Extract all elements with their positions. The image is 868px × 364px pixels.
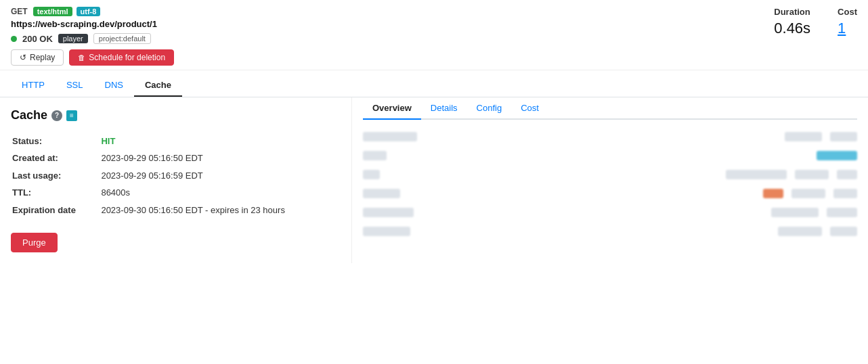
cost-metric: Cost 1 — [838, 7, 857, 66]
request-url: https://web-scraping.dev/product/1 — [11, 19, 174, 29]
chart-block — [837, 170, 857, 179]
chart-block — [363, 170, 380, 179]
chart-block — [363, 189, 400, 198]
chart-row-2 — [363, 150, 857, 162]
tab-dns[interactable]: DNS — [94, 74, 134, 97]
chart-block — [833, 189, 857, 198]
content-type-badge: text/html — [33, 7, 72, 16]
chart-block — [363, 208, 414, 217]
project-tag: project:default — [93, 33, 151, 44]
method-row: GET text/html utf-8 — [11, 7, 174, 16]
top-bar: GET text/html utf-8 https://web-scraping… — [0, 0, 868, 70]
chart-row-3 — [363, 168, 857, 181]
request-info: GET text/html utf-8 https://web-scraping… — [11, 7, 174, 66]
left-panel: Cache ? ≡ Status: HIT Created at: 2023-0… — [0, 97, 352, 263]
tab-http[interactable]: HTTP — [11, 74, 56, 97]
chart-block — [363, 227, 410, 236]
right-tab-cost[interactable]: Cost — [511, 97, 548, 120]
status-row: 200 OK player project:default — [11, 33, 174, 44]
expiration-value: 2023-09-30 05:16:50 EDT - expires in 23 … — [101, 202, 339, 218]
status-label: Status: — [12, 133, 100, 149]
status-row-info: Status: HIT — [12, 133, 339, 149]
metrics: Duration 0.46s Cost 1 — [774, 7, 857, 66]
cost-label: Cost — [838, 7, 857, 17]
cache-title: Cache — [11, 108, 47, 122]
replay-button[interactable]: ↺ Replay — [11, 49, 64, 66]
help-icon[interactable]: ? — [51, 110, 62, 121]
purge-section: Purge — [11, 233, 341, 252]
right-tab-config[interactable]: Config — [467, 97, 512, 120]
chart-row-6 — [363, 225, 857, 237]
delete-label: Schedule for deletion — [89, 53, 165, 62]
last-usage-value: 2023-09-29 05:16:59 EDT — [101, 168, 339, 183]
last-usage-row: Last usage: 2023-09-29 05:16:59 EDT — [12, 168, 339, 183]
chart-block — [795, 170, 829, 179]
cache-info-table: Status: HIT Created at: 2023-09-29 05:16… — [11, 132, 341, 219]
chart-block — [726, 170, 787, 179]
chart-block — [363, 151, 387, 160]
section-title: Cache ? ≡ — [11, 108, 341, 122]
status-code: 200 OK — [22, 34, 53, 44]
right-tabs: Overview Details Config Cost — [363, 97, 857, 120]
status-value: HIT — [101, 133, 339, 149]
chart-block — [827, 208, 857, 217]
player-tag: player — [58, 34, 88, 43]
right-tab-details[interactable]: Details — [421, 97, 467, 120]
replay-label: Replay — [30, 53, 55, 62]
chart-row-4 — [363, 187, 857, 200]
chart-block-blue — [817, 151, 857, 160]
schedule-delete-button[interactable]: 🗑 Schedule for deletion — [69, 49, 174, 66]
tab-cache[interactable]: Cache — [134, 74, 182, 97]
doc-icon[interactable]: ≡ — [66, 110, 77, 121]
duration-value: 0.46s — [774, 20, 810, 37]
main-content: Cache ? ≡ Status: HIT Created at: 2023-0… — [0, 97, 868, 263]
chart-row-5 — [363, 206, 857, 219]
chart-block — [363, 132, 417, 141]
encoding-badge: utf-8 — [77, 7, 101, 16]
http-method: GET — [11, 7, 28, 16]
created-label: Created at: — [12, 150, 100, 166]
created-row: Created at: 2023-09-29 05:16:50 EDT — [12, 150, 339, 166]
trash-icon: 🗑 — [78, 53, 85, 62]
duration-metric: Duration 0.46s — [774, 7, 810, 66]
replay-icon: ↺ — [20, 53, 26, 62]
chart-block — [771, 208, 819, 217]
chart-block — [778, 227, 822, 236]
chart-block — [830, 227, 857, 236]
last-usage-label: Last usage: — [12, 168, 100, 183]
status-dot — [11, 36, 17, 42]
chart-row-1 — [363, 131, 857, 143]
expiration-row: Expiration date 2023-09-30 05:16:50 EDT … — [12, 202, 339, 218]
chart-block — [791, 189, 825, 198]
right-tab-overview[interactable]: Overview — [363, 97, 421, 120]
ttl-row: TTL: 86400s — [12, 185, 339, 200]
tab-ssl[interactable]: SSL — [56, 74, 94, 97]
action-row: ↺ Replay 🗑 Schedule for deletion — [11, 49, 174, 66]
expiration-label: Expiration date — [12, 202, 100, 218]
ttl-value: 86400s — [101, 185, 339, 200]
right-panel: Overview Details Config Cost — [352, 97, 868, 263]
chart-block — [830, 132, 857, 141]
overview-chart — [363, 128, 857, 240]
chart-block — [785, 132, 822, 141]
ttl-label: TTL: — [12, 185, 100, 200]
chart-block-orange — [763, 189, 783, 198]
purge-button[interactable]: Purge — [11, 233, 58, 252]
created-value: 2023-09-29 05:16:50 EDT — [101, 150, 339, 166]
tabs-row: HTTP SSL DNS Cache — [0, 74, 868, 97]
duration-label: Duration — [774, 7, 810, 17]
cost-value[interactable]: 1 — [838, 20, 857, 37]
